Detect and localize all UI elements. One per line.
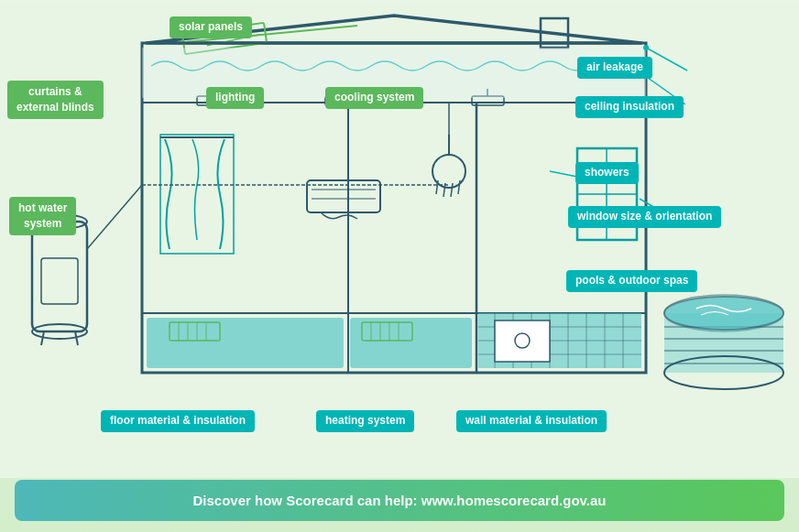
- label-ceiling-insulation: ceiling insulation: [575, 96, 684, 118]
- label-cooling-system: cooling system: [325, 87, 423, 109]
- label-lighting: lighting: [206, 87, 264, 109]
- label-curtains: curtains & external blinds: [7, 81, 104, 119]
- label-solar-panels: solar panels: [170, 16, 252, 38]
- main-container: solar panels curtains & external blinds …: [0, 0, 799, 532]
- bottom-banner: Discover how Scorecard can help: www.hom…: [15, 480, 784, 521]
- house-diagram: [0, 0, 799, 480]
- svg-rect-36: [495, 320, 550, 362]
- label-heating-system: heating system: [316, 410, 414, 432]
- label-wall-material: wall material & insulation: [456, 410, 607, 432]
- label-floor-material: floor material & insulation: [101, 410, 255, 432]
- label-showers: showers: [575, 162, 639, 184]
- svg-point-80: [643, 45, 649, 50]
- label-hot-water-system: hot water system: [9, 197, 76, 235]
- banner-text: Discover how Scorecard can help: www.hom…: [193, 493, 607, 508]
- label-window-size: window size & orientation: [568, 206, 721, 228]
- svg-rect-13: [350, 318, 472, 368]
- svg-rect-12: [147, 318, 344, 368]
- diagram-area: solar panels curtains & external blinds …: [0, 0, 799, 480]
- label-air-leakage: air leakage: [577, 57, 652, 79]
- label-pools: pools & outdoor spas: [566, 270, 697, 292]
